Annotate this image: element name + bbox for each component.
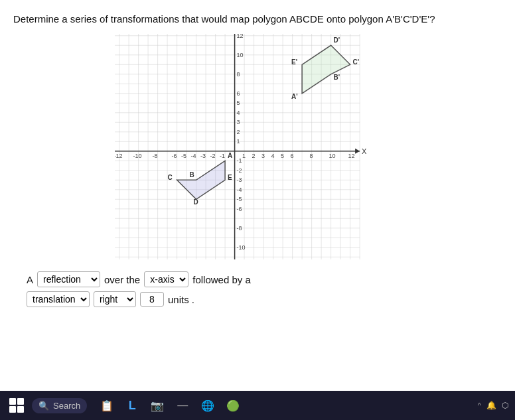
taskbar: 🔍 Search 📋 L 📷 — 🌐 🟢 ^ 🔔 ⬡ bbox=[0, 391, 515, 420]
taskbar-icon-2[interactable]: L bbox=[123, 396, 141, 415]
question-text: Determine a series of transformations th… bbox=[13, 12, 502, 26]
taskbar-icon-5[interactable]: 🌐 bbox=[198, 396, 217, 415]
taskbar-icon-group: 📋 L 📷 — 🌐 🟢 bbox=[98, 396, 242, 415]
units-label: units . bbox=[168, 294, 194, 305]
graph-wrapper bbox=[115, 34, 400, 259]
second-transformation-select[interactable]: translation rotation reflection dilation bbox=[27, 291, 90, 307]
taskbar-extra-icon: ⬡ bbox=[502, 401, 508, 410]
search-label: Search bbox=[53, 401, 80, 411]
taskbar-right: ^ 🔔 ⬡ bbox=[478, 401, 508, 410]
graph-container bbox=[13, 34, 502, 259]
direction-select[interactable]: right left up down bbox=[94, 291, 136, 307]
answer-section: A reflection rotation translation dilati… bbox=[13, 269, 502, 310]
answer-row1: A reflection rotation translation dilati… bbox=[27, 271, 488, 287]
windows-icon bbox=[9, 398, 24, 413]
main-content: Determine a series of transformations th… bbox=[0, 0, 515, 316]
search-icon: 🔍 bbox=[38, 401, 49, 411]
coordinate-graph bbox=[115, 34, 400, 259]
units-input[interactable] bbox=[140, 292, 164, 307]
taskbar-icon-1[interactable]: 📋 bbox=[98, 396, 116, 415]
transformation-select[interactable]: reflection rotation translation dilation bbox=[37, 271, 100, 287]
conjunction-label: followed by a bbox=[192, 274, 251, 285]
chevron-up-icon[interactable]: ^ bbox=[478, 401, 481, 409]
taskbar-search-button[interactable]: 🔍 Search bbox=[32, 398, 87, 413]
taskbar-icon-3[interactable]: 📷 bbox=[148, 396, 167, 415]
taskbar-icon-4[interactable]: — bbox=[173, 396, 192, 415]
taskbar-icon-6[interactable]: 🟢 bbox=[224, 396, 242, 415]
taskbar-notification-icon: 🔔 bbox=[486, 401, 496, 410]
answer-prefix: A bbox=[27, 274, 33, 285]
windows-button[interactable] bbox=[7, 395, 27, 415]
answer-row2: translation rotation reflection dilation… bbox=[27, 291, 194, 307]
preposition-label: over the bbox=[104, 274, 140, 285]
axis-select[interactable]: x-axis y-axis y=x y=-x bbox=[144, 271, 188, 287]
